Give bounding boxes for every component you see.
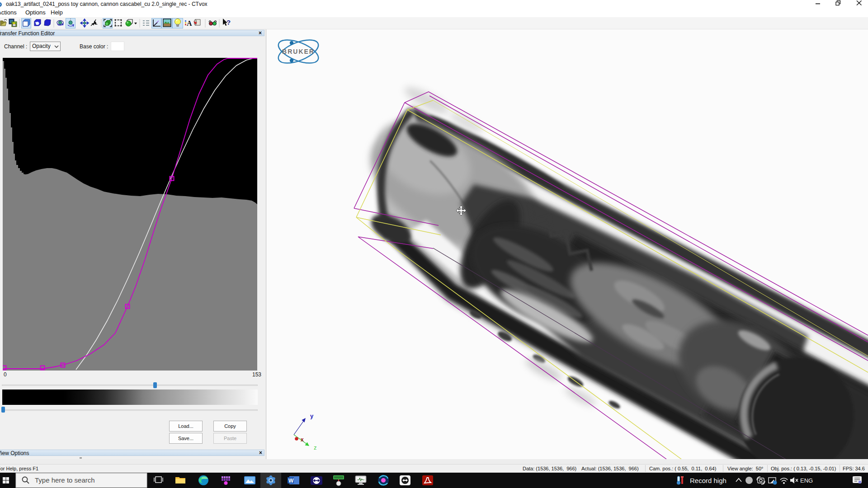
svg-text:W: W bbox=[288, 478, 294, 484]
svg-text:BRUKER: BRUKER bbox=[282, 48, 315, 55]
svg-text:y: y bbox=[310, 413, 314, 419]
svg-text:Type here to search: Type here to search bbox=[35, 476, 95, 484]
svg-text:ENG: ENG bbox=[800, 477, 813, 484]
svg-text:Record high: Record high bbox=[690, 477, 726, 484]
svg-text:z: z bbox=[314, 444, 317, 451]
svg-text:x: x bbox=[301, 436, 304, 443]
